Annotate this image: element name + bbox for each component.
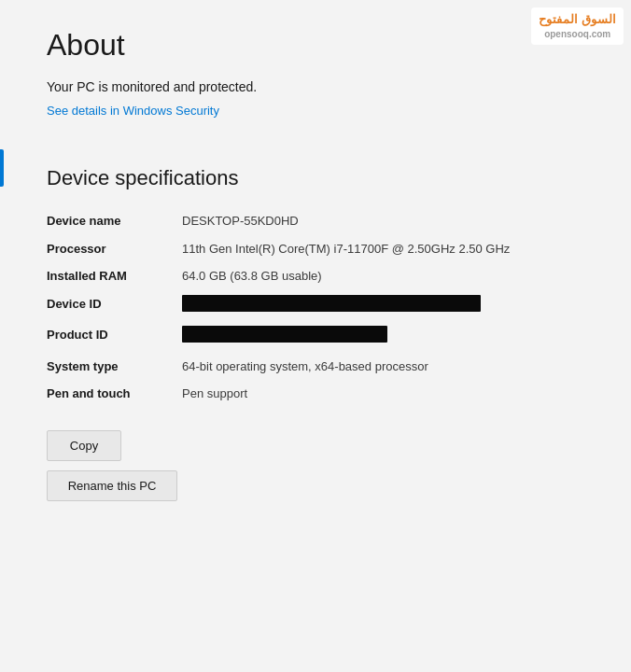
sidebar-accent	[0, 149, 4, 187]
spec-label: Installed RAM	[47, 262, 182, 290]
spec-label: Pen and touch	[47, 380, 182, 408]
table-row: Pen and touchPen support	[47, 380, 594, 408]
watermark-latin: opensooq.com	[539, 28, 616, 41]
table-row: Installed RAM64.0 GB (63.8 GB usable)	[47, 262, 594, 290]
table-row: Processor11th Gen Intel(R) Core(TM) i7-1…	[47, 235, 594, 263]
spec-value: 64.0 GB (63.8 GB usable)	[182, 262, 594, 290]
table-row: System type64-bit operating system, x64-…	[47, 353, 594, 381]
page-title: About	[47, 28, 594, 63]
spec-value: Pen support	[182, 380, 594, 408]
main-content: About Your PC is monitored and protected…	[0, 0, 631, 529]
spec-label: Product ID	[47, 321, 182, 353]
copy-button[interactable]: Copy	[47, 430, 121, 461]
spec-value	[182, 321, 594, 353]
spec-label: System type	[47, 353, 182, 381]
table-row: Product ID	[47, 321, 594, 353]
table-row: Device nameDESKTOP-55KD0HD	[47, 207, 594, 235]
spec-label: Processor	[47, 235, 182, 263]
spec-value: 11th Gen Intel(R) Core(TM) i7-11700F @ 2…	[182, 235, 594, 263]
spec-value: DESKTOP-55KD0HD	[182, 207, 594, 235]
buttons-area: Copy Rename this PC	[47, 430, 594, 501]
watermark-arabic: السوق المفتوح	[539, 11, 616, 28]
rename-button[interactable]: Rename this PC	[47, 470, 177, 501]
protected-message: Your PC is monitored and protected.	[47, 79, 594, 94]
security-link[interactable]: See details in Windows Security	[47, 104, 219, 118]
spec-value: 64-bit operating system, x64-based proce…	[182, 353, 594, 381]
redacted-value	[182, 326, 387, 343]
spec-value	[182, 290, 594, 322]
section-title: Device specifications	[47, 166, 594, 190]
watermark-logo: السوق المفتوح opensooq.com	[531, 7, 624, 45]
table-row: Device ID	[47, 290, 594, 322]
specs-table: Device nameDESKTOP-55KD0HDProcessor11th …	[47, 207, 594, 408]
redacted-value	[182, 295, 481, 312]
spec-label: Device name	[47, 207, 182, 235]
spec-label: Device ID	[47, 290, 182, 322]
